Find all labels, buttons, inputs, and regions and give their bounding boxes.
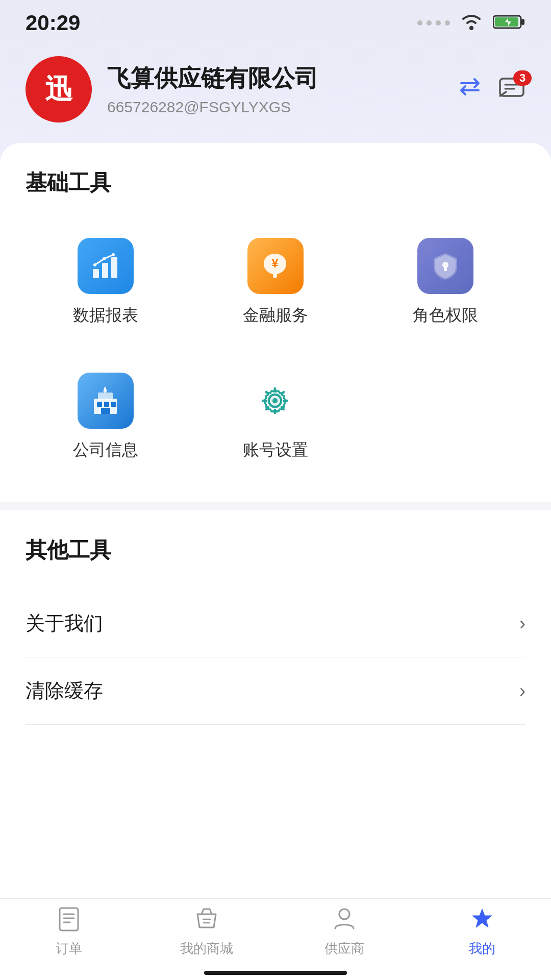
tool-account-settings[interactable]: 账号设置 — [195, 357, 355, 477]
svg-rect-7 — [93, 269, 99, 278]
clear-cache-item[interactable]: 清除缓存 › — [26, 657, 525, 725]
tool-financial-service[interactable]: ¥ 金融服务 — [195, 223, 355, 342]
finance-icon: ¥ — [247, 238, 304, 294]
nav-orders[interactable]: 订单 — [0, 906, 138, 958]
nav-my-mall[interactable]: 我的商城 — [138, 906, 276, 958]
nav-mine[interactable]: 我的 — [413, 906, 551, 958]
company-name: 飞算供应链有限公司 — [107, 63, 442, 94]
tool-role-permission[interactable]: 角色权限 — [366, 223, 525, 342]
nav-supplier-label: 供应商 — [324, 940, 364, 958]
orders-icon — [56, 906, 82, 935]
status-bar: 20:29 — [0, 0, 551, 41]
status-time: 20:29 — [26, 11, 80, 35]
avatar: 迅 — [26, 56, 92, 122]
mine-star-icon — [469, 906, 495, 935]
clear-cache-label: 清除缓存 — [26, 678, 103, 704]
wifi-icon — [459, 13, 484, 33]
basic-tools-row1: 数据报表 ¥ 金融服务 角色权限 — [26, 223, 525, 342]
svg-rect-26 — [60, 908, 78, 930]
svg-point-10 — [93, 263, 96, 266]
nav-my-mall-label: 我的商城 — [180, 940, 233, 958]
svg-marker-23 — [103, 386, 107, 391]
about-us-label: 关于我们 — [26, 610, 103, 636]
building-icon — [78, 373, 134, 429]
message-badge: 3 — [513, 70, 532, 86]
tool-role-permission-label: 角色权限 — [413, 304, 478, 327]
other-tools-title: 其他工具 — [26, 536, 525, 565]
supplier-icon — [331, 906, 358, 935]
my-mall-icon — [193, 906, 220, 935]
tool-company-info[interactable]: 公司信息 — [26, 357, 185, 477]
tool-data-report-label: 数据报表 — [73, 304, 138, 327]
header: 迅 飞算供应链有限公司 665726282@FSGYLYXGS 3 — [0, 41, 551, 143]
svg-rect-3 — [521, 19, 524, 25]
svg-point-0 — [469, 26, 473, 30]
other-tools-section: 其他工具 关于我们 › 清除缓存 › — [26, 536, 525, 725]
signal-dots-icon — [417, 20, 450, 26]
header-actions: 3 — [457, 74, 525, 105]
tool-data-report[interactable]: 数据报表 — [26, 223, 185, 342]
home-indicator — [204, 971, 347, 975]
main-card: 基础工具 数据报表 ¥ — [0, 143, 551, 970]
svg-rect-9 — [111, 257, 117, 278]
svg-point-12 — [112, 253, 115, 256]
svg-point-11 — [103, 257, 106, 260]
nav-orders-label: 订单 — [56, 940, 82, 958]
clear-cache-chevron-icon: › — [519, 680, 525, 702]
basic-tools-title: 基础工具 — [26, 168, 525, 197]
svg-rect-15 — [444, 267, 447, 271]
bottom-nav: 订单 我的商城 供应商 我的 — [0, 898, 551, 980]
svg-point-25 — [272, 398, 278, 403]
svg-rect-17 — [98, 393, 113, 400]
company-id: 665726282@FSGYLYXGS — [107, 99, 442, 116]
about-us-item[interactable]: 关于我们 › — [26, 590, 525, 657]
section-divider — [0, 502, 551, 510]
avatar-text: 迅 — [45, 71, 72, 108]
about-us-chevron-icon: › — [519, 613, 525, 634]
tool-empty — [366, 357, 525, 477]
svg-text:¥: ¥ — [272, 256, 279, 270]
svg-point-32 — [339, 909, 349, 919]
header-info: 飞算供应链有限公司 665726282@FSGYLYXGS — [107, 63, 442, 116]
tool-financial-service-label: 金融服务 — [243, 304, 308, 327]
nav-mine-label: 我的 — [469, 940, 495, 958]
gear-icon — [247, 373, 304, 429]
chart-icon — [78, 238, 134, 294]
battery-icon — [493, 14, 525, 32]
shield-icon — [417, 238, 473, 294]
switch-account-icon[interactable] — [457, 74, 483, 105]
tool-company-info-label: 公司信息 — [73, 439, 138, 461]
basic-tools-row2: 公司信息 账号设置 — [26, 357, 525, 477]
svg-rect-21 — [101, 408, 110, 414]
svg-rect-8 — [102, 263, 108, 278]
svg-rect-20 — [111, 402, 116, 407]
nav-supplier[interactable]: 供应商 — [276, 906, 413, 958]
tool-account-settings-label: 账号设置 — [243, 439, 308, 461]
svg-rect-19 — [104, 402, 109, 407]
status-icons — [417, 13, 525, 33]
message-icon-wrap[interactable]: 3 — [498, 75, 525, 104]
svg-rect-18 — [97, 402, 102, 407]
